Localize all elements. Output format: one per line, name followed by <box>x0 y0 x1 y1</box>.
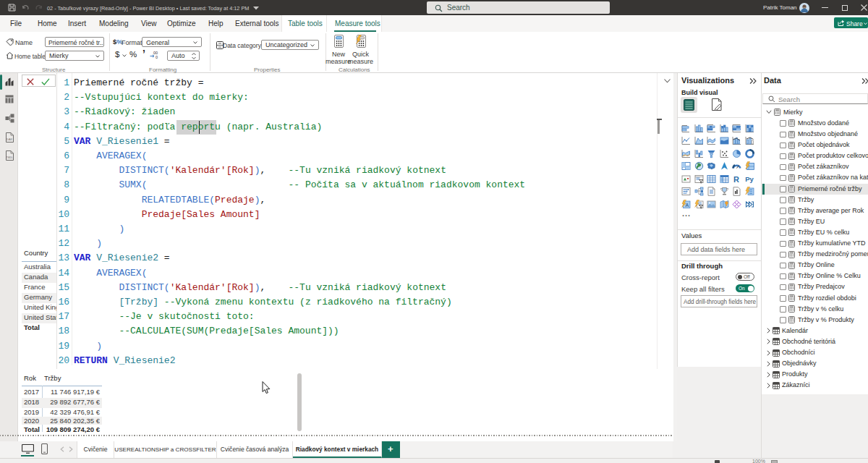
svg-text:R: R <box>733 174 739 183</box>
svg-text:0: 0 <box>156 55 158 59</box>
svg-text:Py: Py <box>745 175 754 183</box>
svg-text:TMDL: TMDL <box>7 156 13 159</box>
svg-text:00: 00 <box>153 51 158 55</box>
svg-text:DAX: DAX <box>7 137 13 141</box>
svg-text:A: A <box>686 202 689 207</box>
